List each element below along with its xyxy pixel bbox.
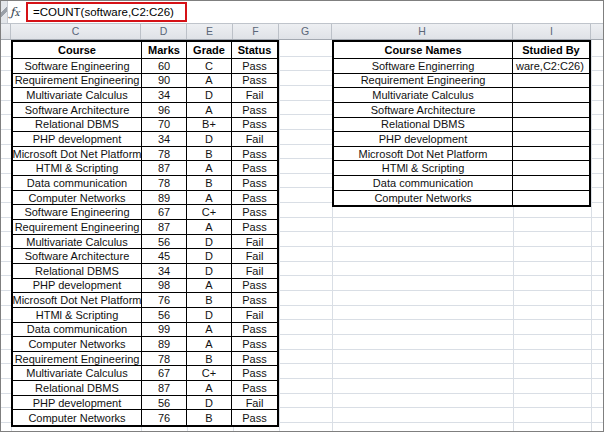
left-table-cell[interactable]: Software Architecture bbox=[13, 249, 142, 264]
left-table-cell[interactable]: Computer Networks bbox=[13, 410, 142, 425]
left-table-cell[interactable]: Pass bbox=[232, 191, 277, 206]
left-table-cell[interactable]: B+ bbox=[187, 118, 232, 133]
left-table-cell[interactable]: Pass bbox=[232, 220, 277, 235]
left-table-cell[interactable]: Pass bbox=[232, 205, 277, 220]
right-table-cell[interactable]: Relational DBMS bbox=[334, 118, 513, 133]
left-table-cell[interactable]: 67 bbox=[142, 366, 187, 381]
right-table-cell[interactable]: Data communication bbox=[334, 176, 513, 191]
left-table-cell[interactable]: Pass bbox=[232, 410, 277, 425]
column-header-c[interactable]: C bbox=[11, 24, 141, 39]
left-table-cell[interactable]: Pass bbox=[232, 279, 277, 294]
left-table-cell[interactable]: Multivariate Calculus bbox=[13, 88, 142, 103]
left-table-cell[interactable]: 56 bbox=[142, 308, 187, 323]
right-table-cell[interactable] bbox=[513, 103, 589, 118]
left-table-cell[interactable]: D bbox=[187, 235, 232, 250]
left-table-cell[interactable]: A bbox=[187, 191, 232, 206]
left-table-cell[interactable]: A bbox=[187, 103, 232, 118]
left-table-cell[interactable]: Relational DBMS bbox=[13, 381, 142, 396]
left-table-cell[interactable]: 87 bbox=[142, 161, 187, 176]
header-cell-status[interactable]: Status bbox=[232, 42, 277, 59]
left-table-cell[interactable]: D bbox=[187, 308, 232, 323]
left-table-cell[interactable]: 56 bbox=[142, 235, 187, 250]
column-header-i[interactable]: I bbox=[513, 24, 591, 39]
left-table-cell[interactable]: Microsoft Dot Net Platform bbox=[13, 293, 142, 308]
sheet-grid[interactable]: Course Marks Grade Status Software Engin… bbox=[1, 40, 604, 432]
left-table-cell[interactable]: Software Engineering bbox=[13, 205, 142, 220]
left-table-cell[interactable]: A bbox=[187, 323, 232, 338]
left-table-cell[interactable]: 34 bbox=[142, 264, 187, 279]
left-table-cell[interactable]: C+ bbox=[187, 366, 232, 381]
left-table-cell[interactable]: Pass bbox=[232, 366, 277, 381]
left-table-cell[interactable]: 89 bbox=[142, 337, 187, 352]
left-table-cell[interactable]: Fail bbox=[232, 308, 277, 323]
left-table-cell[interactable]: Fail bbox=[232, 132, 277, 147]
left-table-cell[interactable]: A bbox=[187, 279, 232, 294]
left-table-cell[interactable]: Pass bbox=[232, 323, 277, 338]
header-cell-studied-by[interactable]: Studied By bbox=[513, 42, 589, 59]
left-table-cell[interactable]: Pass bbox=[232, 147, 277, 162]
formula-input[interactable]: =COUNT(software,C2:C26) bbox=[26, 2, 187, 22]
left-table-cell[interactable]: B bbox=[187, 410, 232, 425]
left-table-cell[interactable]: Multivariate Calculus bbox=[13, 366, 142, 381]
left-table-cell[interactable]: Pass bbox=[232, 161, 277, 176]
left-table-cell[interactable]: Data communication bbox=[13, 176, 142, 191]
left-table-cell[interactable]: Pass bbox=[232, 337, 277, 352]
left-table-cell[interactable]: Microsoft Dot Net Platform bbox=[13, 147, 142, 162]
left-table-cell[interactable]: Software Architecture bbox=[13, 103, 142, 118]
left-table-cell[interactable]: 99 bbox=[142, 323, 187, 338]
left-table-cell[interactable]: A bbox=[187, 337, 232, 352]
left-table-cell[interactable]: D bbox=[187, 249, 232, 264]
column-header-h[interactable]: H bbox=[332, 24, 513, 39]
left-table-cell[interactable]: 78 bbox=[142, 352, 187, 367]
left-table-cell[interactable]: 87 bbox=[142, 220, 187, 235]
left-table-cell[interactable]: 60 bbox=[142, 59, 187, 74]
left-table-cell[interactable]: Fail bbox=[232, 264, 277, 279]
right-table-cell[interactable]: HTMl & Scripting bbox=[334, 161, 513, 176]
left-table-cell[interactable]: Data communication bbox=[13, 323, 142, 338]
right-table-cell[interactable] bbox=[513, 132, 589, 147]
right-table-cell[interactable]: Microsoft Dot Net Platform bbox=[334, 147, 513, 162]
left-table-cell[interactable]: PHP development bbox=[13, 279, 142, 294]
left-table-cell[interactable]: B bbox=[187, 176, 232, 191]
right-table-cell[interactable] bbox=[513, 88, 589, 103]
left-table-cell[interactable]: 56 bbox=[142, 396, 187, 411]
left-table-cell[interactable]: 96 bbox=[142, 103, 187, 118]
right-table-cell[interactable]: Computer Networks bbox=[334, 191, 513, 206]
right-table-cell[interactable]: Software Enginerring bbox=[334, 59, 513, 74]
left-table-cell[interactable]: PHP development bbox=[13, 396, 142, 411]
left-table-cell[interactable]: Pass bbox=[232, 118, 277, 133]
left-table-cell[interactable]: Pass bbox=[232, 176, 277, 191]
left-table-cell[interactable]: 67 bbox=[142, 205, 187, 220]
header-cell-course[interactable]: Course bbox=[13, 42, 142, 59]
left-table-cell[interactable]: Pass bbox=[232, 74, 277, 89]
left-table-cell[interactable]: A bbox=[187, 381, 232, 396]
left-table-cell[interactable]: C bbox=[187, 59, 232, 74]
left-table-cell[interactable]: B bbox=[187, 352, 232, 367]
left-table-cell[interactable]: PHP development bbox=[13, 132, 142, 147]
right-table-cell[interactable]: Software Architecture bbox=[334, 103, 513, 118]
left-table-cell[interactable]: A bbox=[187, 74, 232, 89]
left-table-cell[interactable]: Relational DBMS bbox=[13, 118, 142, 133]
header-cell-course-names[interactable]: Course Names bbox=[334, 42, 513, 59]
left-table-cell[interactable]: Pass bbox=[232, 59, 277, 74]
right-table-cell[interactable]: ware,C2:C26) bbox=[513, 59, 589, 74]
left-table-cell[interactable]: HTMl & Scripting bbox=[13, 308, 142, 323]
right-table-cell[interactable]: Multivariate Calculus bbox=[334, 88, 513, 103]
left-table-cell[interactable]: B bbox=[187, 293, 232, 308]
left-table-cell[interactable]: Relational DBMS bbox=[13, 264, 142, 279]
left-table-cell[interactable]: Fail bbox=[232, 235, 277, 250]
left-table-cell[interactable]: D bbox=[187, 88, 232, 103]
left-table-cell[interactable]: Computer Networks bbox=[13, 191, 142, 206]
right-table-cell[interactable] bbox=[513, 176, 589, 191]
left-table-cell[interactable]: 78 bbox=[142, 176, 187, 191]
left-table-cell[interactable]: 70 bbox=[142, 118, 187, 133]
column-header-j-partial[interactable] bbox=[591, 24, 604, 39]
left-table-cell[interactable]: B bbox=[187, 147, 232, 162]
left-table-cell[interactable]: 45 bbox=[142, 249, 187, 264]
left-table-cell[interactable]: Computer Networks bbox=[13, 337, 142, 352]
left-table-cell[interactable]: Fail bbox=[232, 249, 277, 264]
column-header-g[interactable]: G bbox=[279, 24, 332, 39]
left-table-cell[interactable]: D bbox=[187, 396, 232, 411]
left-table-cell[interactable]: 78 bbox=[142, 147, 187, 162]
left-table-cell[interactable]: A bbox=[187, 161, 232, 176]
